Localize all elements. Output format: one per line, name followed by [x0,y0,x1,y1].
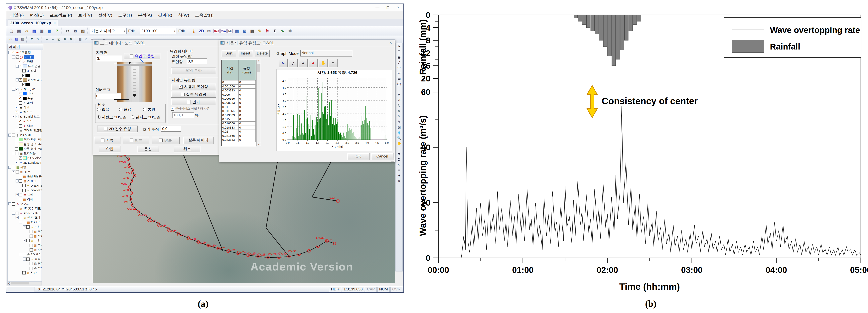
rotate-tool-icon[interactable]: ↻ [396,103,402,108]
outflow-toggle[interactable]: 방류 [123,137,149,144]
layer-row-19[interactable]: 격자 확장: 레이어[0/1] [8,137,41,142]
layer-row-1[interactable]: −◯노드[1/ [8,55,41,59]
expander-icon[interactable]: − [8,202,11,206]
table-row[interactable]: 00 [222,81,256,85]
constant-inflow-input[interactable]: 0,0 [187,59,207,64]
layer-checkbox[interactable] [22,69,26,72]
2d-capture-toggle[interactable]: 2D 집수 유량 [97,126,137,132]
layer-checkbox[interactable] [19,175,22,178]
expander-icon[interactable]: − [8,51,11,54]
expander-icon[interactable]: − [12,152,15,155]
key-icon[interactable]: ⚷ [190,27,197,34]
open-folder-icon[interactable]: ▱ [23,27,30,34]
table-row[interactable]: 0.0066660 [222,97,256,101]
layer-row-30[interactable]: ✦D:₩XPSWMM₩Multi disaster [8,188,41,192]
layer-row-47[interactable]: ⁂속도 [8,266,41,271]
hydrograph-close-icon[interactable]: × [388,40,393,45]
interface-percent-input[interactable]: 100,0 [173,113,194,118]
expander-icon[interactable]: − [8,166,11,169]
radio-seal[interactable]: 봉인 [143,107,155,112]
ref-badge[interactable]: Ref [213,29,220,33]
layer-checkbox[interactable] [30,230,33,233]
expander-icon[interactable]: − [12,56,15,59]
2d-capture-checkbox[interactable] [104,127,107,131]
layer-checkbox[interactable] [19,101,22,104]
layer-checkbox[interactable] [19,79,22,82]
map-node-W06[interactable]: W06 [123,176,133,183]
pollution-load-button[interactable]: 오염 부하 [171,67,216,74]
zoom-in-icon[interactable]: + [44,36,50,42]
hydro-ok-button[interactable]: OK [347,153,370,160]
layer-row-9[interactable]: 단면 [8,91,41,96]
layer-row-13[interactable]: A텍스트 [8,110,41,114]
layer-checkbox[interactable] [19,180,22,183]
map-node-OW28[interactable]: OW28 [257,253,270,259]
redo-icon[interactable]: ↷ [35,36,40,42]
layer-checkbox[interactable] [30,234,33,238]
copy-icon[interactable]: ⧉ [72,27,79,34]
expander-icon[interactable]: − [12,170,15,173]
map-node-OW31[interactable]: OW31 [288,250,300,256]
mr-badge[interactable]: Mr [227,29,233,33]
notebook-icon[interactable]: ▦ [46,27,53,34]
gear-tool-icon[interactable]: ✱ [396,173,402,179]
chart-icon[interactable]: ∿ [279,27,286,34]
layer-row-23[interactable]: 2조도계수 [8,156,41,160]
polygon-tool-icon[interactable]: ⬠ [396,65,402,71]
map-node-Wa1[interactable]: Wa1 [330,196,339,202]
layer-row-4[interactable]: A라벨 [8,68,41,73]
expander-icon[interactable]: − [8,133,11,136]
gear-icon[interactable]: ✱ [286,27,293,34]
bmp-toggle[interactable]: BMP [152,137,180,144]
pan-tool-icon[interactable]: ✋ [396,141,402,146]
layer-row-41[interactable]: −▱수위 [8,238,41,243]
chevron-down-icon[interactable]: ▾ [122,29,125,33]
table-scrollbar[interactable]: ˄ ˅ [256,60,261,146]
menu-item-1[interactable]: 편집(E) [30,12,44,18]
refresh-icon[interactable]: ↻ [68,36,74,42]
layer-row-28[interactable]: −▧지표면 [8,179,41,183]
move-tool-icon[interactable]: ✥ [396,108,402,114]
help-icon[interactable]: ? [53,27,61,34]
menu-item-2[interactable]: 프로젝트(P) [50,12,72,18]
layer-row-45[interactable]: −▱유속 [8,257,41,261]
link-tool-icon[interactable]: ╱ [396,60,402,65]
map-node-W07[interactable]: W07 [121,182,131,188]
layer-row-43[interactable]: ▧수위 [8,248,41,252]
2d-model-icon[interactable]: 2D [198,27,205,34]
layer-checkbox[interactable] [16,115,19,118]
table-icon[interactable]: ▦ [233,27,241,34]
layer-row-20[interactable]: 활성 영역: Active_Area[0/1] [8,142,41,147]
layer-row-40[interactable]: ▧수심 [8,234,41,238]
table-row[interactable]: 0.0033330 [222,89,256,93]
layer-checkbox[interactable] [30,244,33,247]
map-node-W08[interactable]: W08 [123,188,133,194]
invert-input[interactable]: 0, [95,93,121,99]
menu-item-8[interactable]: 창(W) [178,12,189,18]
layer-row-46[interactable]: ⁂최대 속도 [8,261,41,266]
layer-row-15[interactable]: ⌖노드 [8,119,41,124]
node-dialog-titlebar[interactable]: 노드 데이터 : 노드 OW01 [93,40,222,46]
layer-row-37[interactable]: −▧2D 지도 [8,220,41,225]
layer-checkbox[interactable] [19,198,22,201]
circle-tool-icon[interactable]: ◯ [396,82,402,87]
paste-icon[interactable]: ▨ [79,27,87,34]
hydrograph-dialog-titlebar[interactable]: 사용자 유입 유량도: OW01 × [219,40,395,46]
rect-tool-icon[interactable]: ▭ [396,76,402,82]
table-row[interactable]: 0.0150 [222,117,256,122]
minimize-button[interactable]: — [372,4,383,11]
layer-row-35[interactable]: −∿2D Results [8,211,41,215]
layer-row-8[interactable]: −»링크[0/2 [8,87,41,91]
vertex-tool-icon[interactable]: ∴ [396,87,402,92]
table-row[interactable]: 0.0016660 [222,85,256,89]
layer-checkbox[interactable] [16,56,19,59]
layer-checkbox[interactable] [16,170,19,174]
document-tab[interactable]: 2100_ocean_100yr.xp × [8,20,58,26]
sigma-icon[interactable]: Σ [271,27,278,34]
menu-item-7[interactable]: 결과(R) [158,12,172,18]
expander-icon[interactable]: − [16,79,19,82]
zoom-extent-icon[interactable]: ◱ [56,36,62,42]
layer-checkbox[interactable] [15,143,19,146]
layer-row-32[interactable]: ▧격자 [8,197,41,201]
cursor-tool-icon[interactable]: ➤ [279,59,288,67]
